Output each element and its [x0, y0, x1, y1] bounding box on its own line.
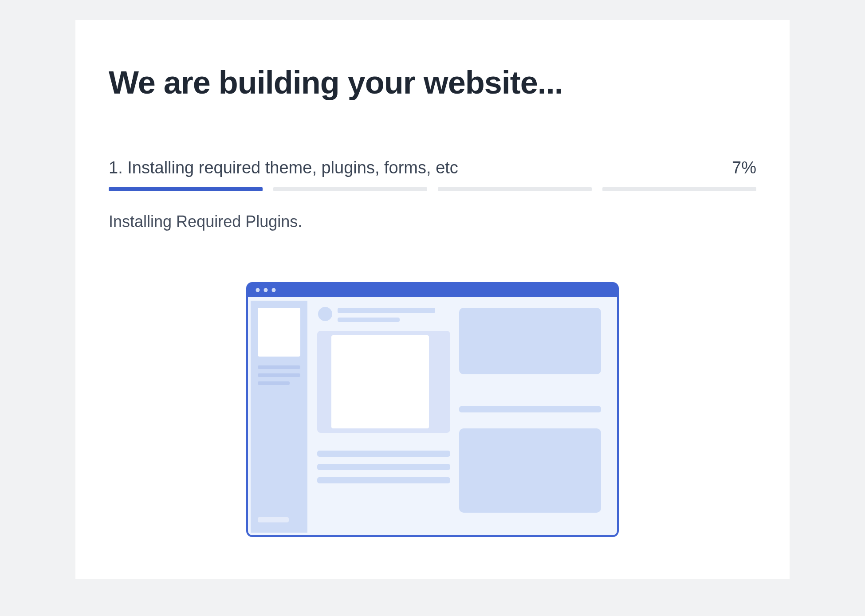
- svg-rect-16: [331, 335, 429, 428]
- svg-rect-13: [338, 308, 435, 313]
- progress-percent: 7%: [732, 158, 756, 177]
- svg-rect-21: [459, 406, 601, 412]
- progress-segment-fill: [109, 187, 263, 191]
- svg-rect-17: [317, 451, 450, 457]
- svg-rect-9: [258, 373, 300, 377]
- svg-rect-8: [258, 365, 300, 369]
- progress-step-label: 1. Installing required theme, plugins, f…: [109, 158, 458, 177]
- svg-point-12: [318, 307, 332, 321]
- svg-point-5: [272, 288, 276, 292]
- svg-rect-7: [258, 308, 300, 357]
- svg-rect-22: [459, 428, 601, 513]
- page-heading: We are building your website...: [109, 64, 756, 101]
- svg-point-3: [256, 288, 260, 292]
- progress-bar: [109, 187, 756, 191]
- progress-row: 1. Installing required theme, plugins, f…: [109, 158, 756, 177]
- svg-rect-11: [258, 517, 289, 522]
- svg-point-4: [264, 288, 268, 292]
- svg-rect-19: [317, 477, 450, 483]
- progress-segment: [273, 187, 427, 191]
- svg-rect-18: [317, 464, 450, 470]
- svg-rect-14: [338, 318, 400, 322]
- progress-segment: [602, 187, 756, 191]
- progress-segment: [109, 187, 263, 191]
- svg-rect-2: [247, 290, 618, 297]
- status-text: Installing Required Plugins.: [109, 212, 756, 231]
- website-building-illustration: [246, 282, 619, 537]
- svg-rect-20: [459, 308, 601, 374]
- svg-rect-10: [258, 381, 290, 385]
- progress-segment: [438, 187, 592, 191]
- build-progress-card: We are building your website... 1. Insta…: [75, 20, 790, 579]
